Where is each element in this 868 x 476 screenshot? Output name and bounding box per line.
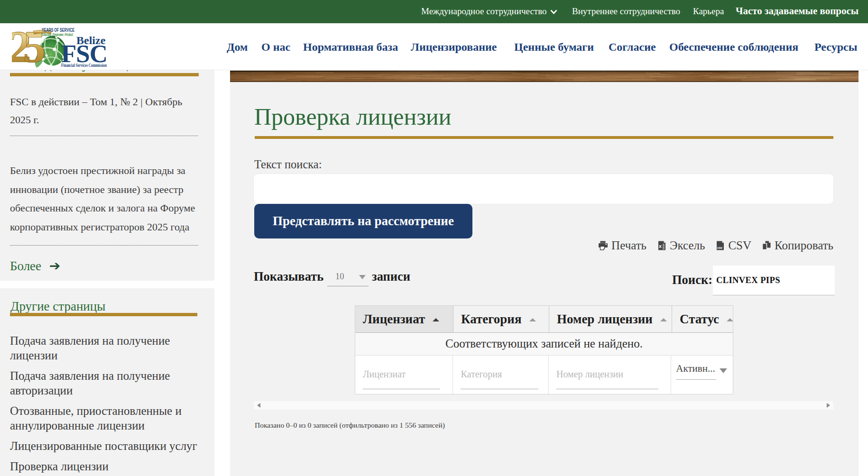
svg-text:csv: csv [717,246,722,249]
svg-text:x: x [659,243,662,249]
